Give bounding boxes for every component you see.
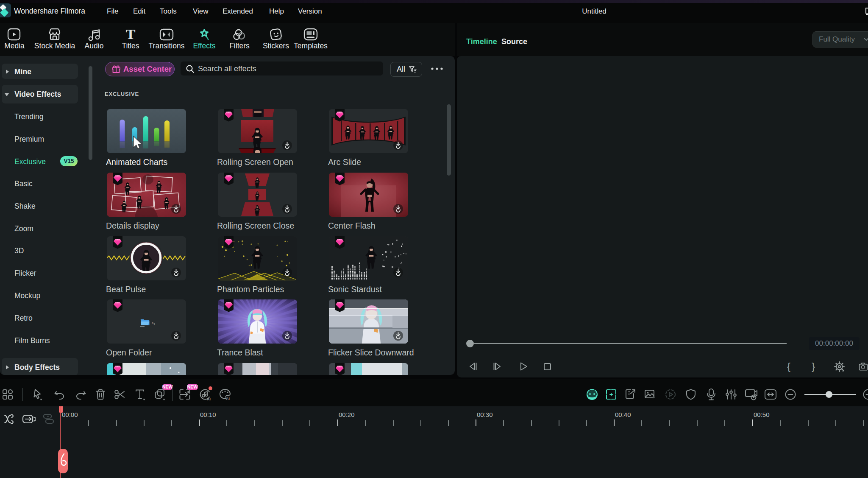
svg-text:AI: AI	[207, 397, 211, 401]
svg-text:AI: AI	[226, 397, 230, 401]
svg-text:K2: K2	[152, 321, 155, 325]
svg-text:T: T	[126, 28, 136, 41]
